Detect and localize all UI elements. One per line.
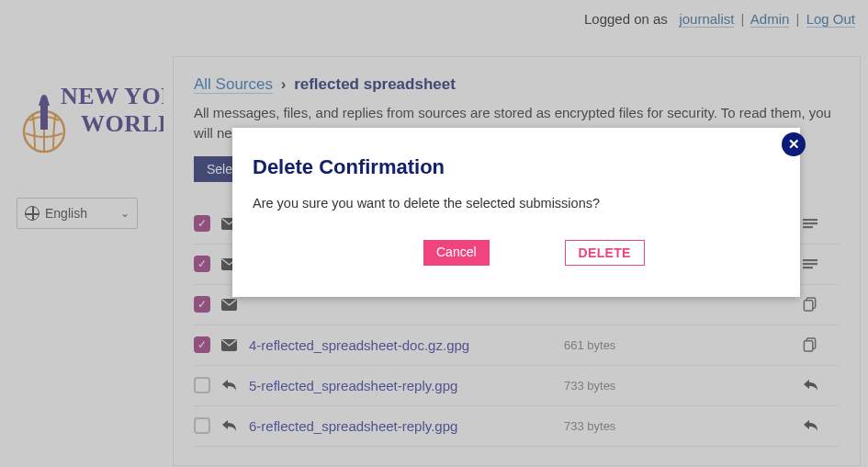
dialog-message: Are you sure you want to delete the sele… bbox=[253, 196, 780, 211]
cancel-button[interactable]: Cancel bbox=[423, 240, 490, 266]
delete-dialog: ✕ Delete Confirmation Are you sure you w… bbox=[232, 128, 800, 297]
dialog-title: Delete Confirmation bbox=[253, 155, 780, 179]
close-icon[interactable]: ✕ bbox=[782, 132, 806, 156]
delete-button[interactable]: DELETE bbox=[565, 240, 645, 266]
dialog-actions: Cancel DELETE bbox=[253, 240, 780, 266]
